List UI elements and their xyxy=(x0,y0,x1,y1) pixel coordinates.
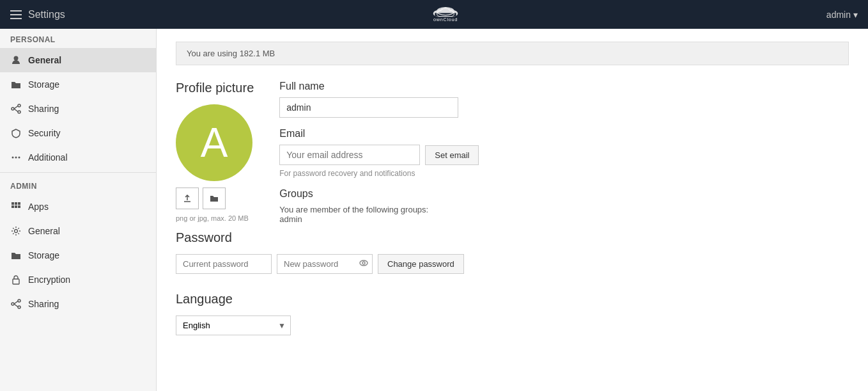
language-title: Language xyxy=(176,292,849,307)
language-select-wrap: English Deutsch Español Français ▼ xyxy=(176,315,291,335)
avatar-upload-button[interactable] xyxy=(176,188,199,209)
admin-folder-icon xyxy=(10,250,22,261)
svg-point-14 xyxy=(19,157,20,159)
set-email-button[interactable]: Set email xyxy=(425,145,479,165)
email-label: Email xyxy=(279,128,849,140)
apps-icon xyxy=(10,201,22,212)
svg-rect-22 xyxy=(13,279,19,284)
lock-icon xyxy=(10,274,22,285)
svg-text:ownCloud: ownCloud xyxy=(433,17,458,22)
svg-point-23 xyxy=(18,299,20,302)
usage-text: You are using 182.1 MB xyxy=(187,49,275,58)
groups-text: You are member of the following groups: … xyxy=(279,205,849,224)
profile-right: Full name Email Set email For password r… xyxy=(279,81,849,224)
profile-left: Profile picture A png or jpg, max. 20 MB xyxy=(176,81,254,222)
sidebar-sharing-label: Sharing xyxy=(28,104,59,114)
change-password-button[interactable]: Change password xyxy=(378,254,464,274)
svg-point-12 xyxy=(12,157,14,159)
sidebar-item-apps[interactable]: Apps xyxy=(0,195,156,219)
svg-line-26 xyxy=(14,301,18,305)
toggle-password-visibility-button[interactable] xyxy=(359,258,369,270)
email-input[interactable] xyxy=(279,145,420,165)
owncloud-logo-svg: ownCloud xyxy=(420,5,471,24)
gear-icon xyxy=(10,225,22,237)
email-row: Set email xyxy=(279,145,849,165)
svg-rect-19 xyxy=(15,205,17,208)
topbar-logo: ownCloud xyxy=(420,5,471,24)
password-title: Password xyxy=(176,230,849,245)
topbar: Settings ownCloud admin ▾ xyxy=(0,0,868,29)
admin-section-header: Admin xyxy=(0,175,156,195)
fullname-label: Full name xyxy=(279,81,849,92)
sidebar-item-admin-sharing[interactable]: Sharing xyxy=(0,292,156,316)
current-password-input[interactable] xyxy=(176,254,272,274)
svg-line-10 xyxy=(14,106,18,109)
sidebar-item-additional[interactable]: Additional xyxy=(0,145,156,170)
svg-point-13 xyxy=(15,157,17,159)
usage-bar: You are using 182.1 MB xyxy=(176,42,849,65)
sidebar-storage-label: Storage xyxy=(28,79,59,90)
share-icon xyxy=(10,103,22,115)
topbar-title: Settings xyxy=(28,9,65,20)
svg-point-7 xyxy=(18,104,20,107)
profile-picture-title: Profile picture xyxy=(176,81,254,95)
sidebar-admin-sharing-label: Sharing xyxy=(28,299,59,309)
sidebar-item-security[interactable]: Security xyxy=(0,121,156,145)
svg-point-28 xyxy=(360,260,368,266)
shield-icon xyxy=(10,127,22,139)
avatar: A xyxy=(176,104,252,181)
dots-icon xyxy=(10,152,22,163)
admin-share-icon xyxy=(10,298,22,310)
language-select[interactable]: English Deutsch Español Français xyxy=(176,315,291,335)
svg-point-6 xyxy=(14,56,19,61)
sidebar-item-storage[interactable]: Storage xyxy=(0,72,156,97)
avatar-folder-button[interactable] xyxy=(203,188,226,209)
svg-rect-18 xyxy=(12,205,14,208)
svg-rect-20 xyxy=(18,205,20,208)
sidebar-additional-label: Additional xyxy=(28,152,68,163)
sidebar-apps-label: Apps xyxy=(28,202,49,212)
svg-point-21 xyxy=(15,230,18,233)
sidebar-item-sharing[interactable]: Sharing xyxy=(0,97,156,121)
sidebar-item-general[interactable]: General xyxy=(0,48,156,72)
svg-point-29 xyxy=(362,262,365,264)
main-content: You are using 182.1 MB Profile picture A… xyxy=(157,29,868,391)
sidebar-security-label: Security xyxy=(28,128,61,138)
svg-rect-15 xyxy=(12,202,14,205)
sidebar-admin-general-label: General xyxy=(28,226,60,236)
profile-layout: Profile picture A png or jpg, max. 20 MB… xyxy=(176,81,849,224)
avatar-hint: png or jpg, max. 20 MB xyxy=(176,214,254,222)
groups-label: Groups xyxy=(279,188,849,200)
folder-icon xyxy=(10,79,22,90)
password-section: Password Change password xyxy=(176,230,849,274)
topbar-left: Settings xyxy=(10,9,65,20)
fullname-input[interactable] xyxy=(279,97,458,118)
svg-point-25 xyxy=(12,303,14,305)
password-inputs: Change password xyxy=(176,254,849,274)
sidebar-encryption-label: Encryption xyxy=(28,275,70,285)
new-password-wrap xyxy=(277,254,373,274)
topbar-user[interactable]: admin ▾ xyxy=(826,10,858,20)
svg-point-9 xyxy=(12,108,14,110)
avatar-buttons xyxy=(176,188,254,209)
hamburger-menu[interactable] xyxy=(10,10,22,19)
svg-line-11 xyxy=(14,109,18,112)
sidebar: Personal General Storage Sharing Securit… xyxy=(0,29,157,391)
svg-point-24 xyxy=(18,306,20,308)
svg-line-27 xyxy=(14,304,18,307)
sidebar-general-label: General xyxy=(28,55,61,65)
svg-rect-17 xyxy=(18,202,20,205)
sidebar-admin-storage-label: Storage xyxy=(28,250,59,260)
email-hint: For password recovery and notifications xyxy=(279,169,849,178)
layout: Personal General Storage Sharing Securit… xyxy=(0,29,868,391)
personal-section-header: Personal xyxy=(0,29,156,48)
language-section: Language English Deutsch Español Françai… xyxy=(176,292,849,335)
svg-rect-16 xyxy=(15,202,17,205)
sidebar-item-encryption[interactable]: Encryption xyxy=(0,267,156,292)
svg-point-8 xyxy=(18,111,20,113)
sidebar-divider xyxy=(0,172,156,173)
person-icon xyxy=(10,54,22,66)
sidebar-item-admin-storage[interactable]: Storage xyxy=(0,243,156,267)
sidebar-item-admin-general[interactable]: General xyxy=(0,219,156,243)
